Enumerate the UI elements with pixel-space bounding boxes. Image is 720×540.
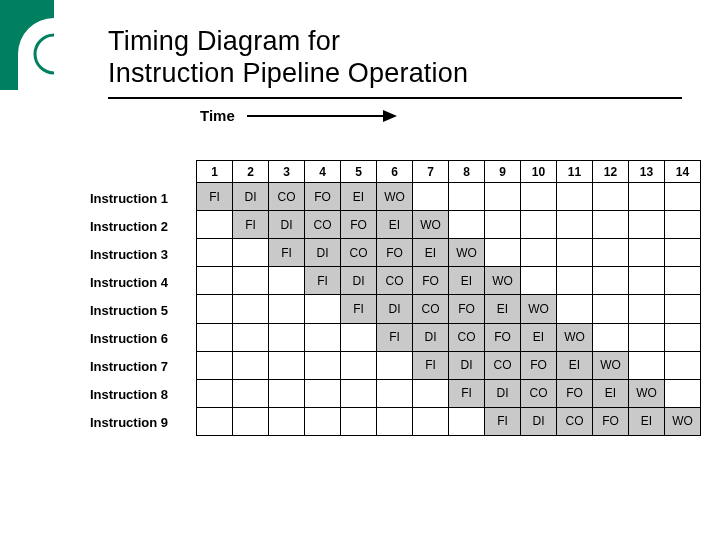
- pipeline-cell: CO: [269, 183, 305, 211]
- instruction-label: Instruction 2: [90, 212, 196, 240]
- pipeline-cell: [377, 379, 413, 407]
- pipeline-cell: [593, 183, 629, 211]
- cycle-header: 14: [665, 161, 701, 183]
- pipeline-cell: [305, 295, 341, 323]
- pipeline-cell: [197, 267, 233, 295]
- cycle-header: 4: [305, 161, 341, 183]
- pipeline-cell: [485, 211, 521, 239]
- cycle-header: 10: [521, 161, 557, 183]
- pipeline-cell: DI: [233, 183, 269, 211]
- title-line-2: Instruction Pipeline Operation: [108, 58, 468, 88]
- corner-decoration: [0, 0, 54, 90]
- pipeline-cell: [557, 267, 593, 295]
- table-row: FIDICOFOEIWO: [197, 267, 701, 295]
- pipeline-cell: EI: [629, 407, 665, 435]
- pipeline-cell: WO: [629, 379, 665, 407]
- time-axis: Time: [200, 107, 397, 124]
- pipeline-cell: [665, 323, 701, 351]
- instruction-label: Instruction 4: [90, 268, 196, 296]
- pipeline-cell: FI: [485, 407, 521, 435]
- pipeline-cell: [665, 211, 701, 239]
- pipeline-cell: EI: [485, 295, 521, 323]
- table-row: FIDICOFOEIWO: [197, 239, 701, 267]
- pipeline-cell: [197, 239, 233, 267]
- cycle-header: 3: [269, 161, 305, 183]
- pipeline-cell: DI: [305, 239, 341, 267]
- cycle-header-row: 1234567891011121314: [197, 161, 701, 183]
- pipeline-cell: [197, 295, 233, 323]
- pipeline-cell: EI: [377, 211, 413, 239]
- pipeline-cell: [305, 323, 341, 351]
- table-row: FIDICOFOEIWO: [197, 295, 701, 323]
- instruction-label: Instruction 9: [90, 408, 196, 436]
- title-underline: [108, 97, 682, 99]
- pipeline-cell: [341, 323, 377, 351]
- pipeline-cell: CO: [557, 407, 593, 435]
- instruction-label: Instruction 3: [90, 240, 196, 268]
- pipeline-cell: FI: [197, 183, 233, 211]
- pipeline-body: FIDICOFOEIWOFIDICOFOEIWOFIDICOFOEIWOFIDI…: [197, 183, 701, 436]
- pipeline-cell: [305, 379, 341, 407]
- pipeline-cell: [449, 407, 485, 435]
- pipeline-cell: [233, 351, 269, 379]
- cycle-header: 8: [449, 161, 485, 183]
- pipeline-cell: [665, 351, 701, 379]
- pipeline-cell: CO: [485, 351, 521, 379]
- pipeline-cell: [665, 183, 701, 211]
- pipeline-cell: [629, 295, 665, 323]
- cycle-header: 7: [413, 161, 449, 183]
- cycle-header: 2: [233, 161, 269, 183]
- pipeline-cell: FI: [377, 323, 413, 351]
- pipeline-cell: WO: [485, 267, 521, 295]
- cycle-header: 5: [341, 161, 377, 183]
- pipeline-cell: [305, 407, 341, 435]
- pipeline-cell: [197, 407, 233, 435]
- pipeline-cell: [629, 239, 665, 267]
- pipeline-cell: [233, 323, 269, 351]
- pipeline-cell: WO: [665, 407, 701, 435]
- pipeline-cell: [629, 323, 665, 351]
- pipeline-cell: DI: [377, 295, 413, 323]
- pipeline-cell: [593, 295, 629, 323]
- pipeline-cell: [449, 183, 485, 211]
- instruction-label: Instruction 6: [90, 324, 196, 352]
- pipeline-cell: WO: [413, 211, 449, 239]
- pipeline-cell: CO: [449, 323, 485, 351]
- pipeline-cell: FO: [305, 183, 341, 211]
- pipeline-cell: [557, 211, 593, 239]
- page-title: Timing Diagram for Instruction Pipeline …: [108, 26, 468, 90]
- pipeline-cell: [593, 267, 629, 295]
- cycle-header: 1: [197, 161, 233, 183]
- pipeline-cell: EI: [593, 379, 629, 407]
- pipeline-cell: [413, 407, 449, 435]
- instruction-label: Instruction 1: [90, 184, 196, 212]
- pipeline-cell: FO: [521, 351, 557, 379]
- pipeline-cell: [593, 239, 629, 267]
- cycle-header: 13: [629, 161, 665, 183]
- pipeline-cell: [197, 351, 233, 379]
- pipeline-cell: [233, 295, 269, 323]
- pipeline-cell: [197, 211, 233, 239]
- pipeline-cell: [665, 379, 701, 407]
- pipeline-cell: FI: [413, 351, 449, 379]
- pipeline-cell: DI: [341, 267, 377, 295]
- pipeline-cell: [341, 379, 377, 407]
- pipeline-cell: EI: [449, 267, 485, 295]
- pipeline-cell: [233, 267, 269, 295]
- pipeline-cell: [413, 379, 449, 407]
- pipeline-cell: FO: [557, 379, 593, 407]
- time-label: Time: [200, 107, 235, 124]
- pipeline-cell: FI: [233, 211, 269, 239]
- pipeline-cell: CO: [377, 267, 413, 295]
- pipeline-cell: [485, 183, 521, 211]
- table-row: FIDICOFOEIWO: [197, 351, 701, 379]
- instruction-label: Instruction 7: [90, 352, 196, 380]
- pipeline-cell: [269, 295, 305, 323]
- pipeline-cell: [521, 211, 557, 239]
- table-row: FIDICOFOEIWO: [197, 183, 701, 211]
- pipeline-cell: [557, 295, 593, 323]
- pipeline-cell: [233, 379, 269, 407]
- pipeline-cell: [377, 407, 413, 435]
- pipeline-cell: [629, 351, 665, 379]
- pipeline-cell: FO: [377, 239, 413, 267]
